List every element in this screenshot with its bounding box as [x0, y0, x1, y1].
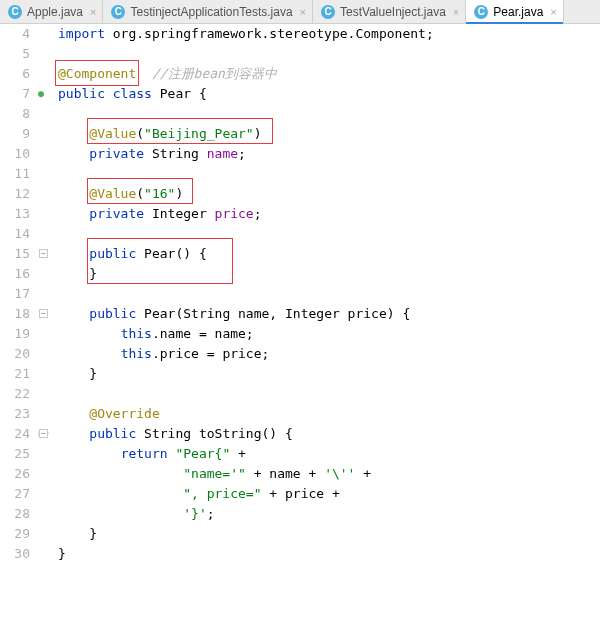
line-number: 25	[0, 444, 30, 464]
code-line[interactable]	[54, 104, 600, 124]
code-line[interactable]: ", price=" + price +	[54, 484, 600, 504]
line-number: 18	[0, 304, 30, 324]
code-line[interactable]: @Component //注册bean到容器中	[54, 64, 600, 84]
token-kw: private	[89, 206, 152, 221]
token-mth: Pear	[144, 306, 175, 321]
token-cmt: //注册bean到容器中	[136, 66, 277, 81]
class-gutter-icon[interactable]: ●	[38, 88, 50, 100]
line-number: 12	[0, 184, 30, 204]
tab-apple-java[interactable]: CApple.java×	[0, 0, 103, 23]
code-line[interactable]: public Pear() {	[54, 244, 600, 264]
line-number: 10	[0, 144, 30, 164]
token-plain	[58, 446, 121, 461]
code-line[interactable]: '}';	[54, 504, 600, 524]
line-number: 7	[0, 84, 30, 104]
line-number: 29	[0, 524, 30, 544]
token-kw: this	[121, 326, 152, 341]
token-plain: + price +	[262, 486, 340, 501]
java-class-icon: C	[474, 5, 488, 19]
code-line[interactable]: }	[54, 264, 600, 284]
line-number: 15	[0, 244, 30, 264]
line-number: 28	[0, 504, 30, 524]
code-line[interactable]: }	[54, 364, 600, 384]
code-line[interactable]: public class Pear {	[54, 84, 600, 104]
line-number: 30	[0, 544, 30, 564]
tab-label: TestinjectApplicationTests.java	[130, 5, 292, 19]
line-number: 24	[0, 424, 30, 444]
tab-pear-java[interactable]: CPear.java×	[466, 0, 563, 23]
token-plain	[58, 146, 89, 161]
code-line[interactable]: return "Pear{" +	[54, 444, 600, 464]
tab-label: TestValueInject.java	[340, 5, 446, 19]
token-kw: private	[89, 146, 152, 161]
code-line[interactable]: this.price = price;	[54, 344, 600, 364]
java-class-icon: C	[321, 5, 335, 19]
token-str: "16"	[144, 186, 175, 201]
token-plain: () {	[175, 246, 206, 261]
token-ann: @Value	[89, 186, 136, 201]
code-line[interactable]	[54, 224, 600, 244]
code-line[interactable]: import org.springframework.stereotype.Co…	[54, 24, 600, 44]
token-plain: .price = price;	[152, 346, 269, 361]
token-plain	[58, 206, 89, 221]
code-line[interactable]: private Integer price;	[54, 204, 600, 224]
close-icon[interactable]: ×	[453, 6, 459, 18]
code-line[interactable]: @Value("Beijing_Pear")	[54, 124, 600, 144]
token-plain: )	[175, 186, 183, 201]
token-plain	[58, 306, 89, 321]
code-line[interactable]: this.name = name;	[54, 324, 600, 344]
code-line[interactable]: public Pear(String name, Integer price) …	[54, 304, 600, 324]
code-line[interactable]: }	[54, 524, 600, 544]
code-line[interactable]	[54, 164, 600, 184]
code-area[interactable]: import org.springframework.stereotype.Co…	[54, 24, 600, 623]
token-plain	[58, 326, 121, 341]
token-str: "Beijing_Pear"	[144, 126, 254, 141]
token-plain: ;	[207, 506, 215, 521]
code-line[interactable]: @Override	[54, 404, 600, 424]
fold-toggle-icon[interactable]: −	[39, 249, 48, 258]
token-plain	[58, 506, 183, 521]
line-number: 20	[0, 344, 30, 364]
token-typ: String	[144, 426, 199, 441]
token-plain: }	[58, 526, 97, 541]
close-icon[interactable]: ×	[300, 6, 306, 18]
code-line[interactable]	[54, 44, 600, 64]
fold-toggle-icon[interactable]: −	[39, 429, 48, 438]
code-line[interactable]: }	[54, 544, 600, 564]
tab-testinjectapplicationtests-java[interactable]: CTestinjectApplicationTests.java×	[103, 0, 313, 23]
code-line[interactable]: @Value("16")	[54, 184, 600, 204]
code-line[interactable]: public String toString() {	[54, 424, 600, 444]
token-plain: ;	[254, 206, 262, 221]
token-plain	[58, 346, 121, 361]
tab-testvalueinject-java[interactable]: CTestValueInject.java×	[313, 0, 466, 23]
token-plain: (String name, Integer price) {	[175, 306, 410, 321]
token-str: "name='"	[183, 466, 246, 481]
token-plain	[58, 426, 89, 441]
code-line[interactable]: private String name;	[54, 144, 600, 164]
token-typ: String	[152, 146, 207, 161]
token-str: '}'	[183, 506, 206, 521]
line-number: 19	[0, 324, 30, 344]
line-number: 23	[0, 404, 30, 424]
token-ann: @Override	[89, 406, 159, 421]
code-editor[interactable]: 4567891011121314151617181920212223242526…	[0, 24, 600, 623]
line-number: 22	[0, 384, 30, 404]
close-icon[interactable]: ×	[550, 6, 556, 18]
token-plain: () {	[262, 426, 293, 441]
token-str: '\''	[324, 466, 355, 481]
line-number: 5	[0, 44, 30, 64]
token-plain: (	[136, 186, 144, 201]
code-line[interactable]: "name='" + name + '\'' +	[54, 464, 600, 484]
code-line[interactable]	[54, 284, 600, 304]
token-kw: return	[121, 446, 176, 461]
close-icon[interactable]: ×	[90, 6, 96, 18]
token-mth: Pear	[144, 246, 175, 261]
token-typ: Pear	[160, 86, 199, 101]
token-plain: ;	[238, 146, 246, 161]
token-kw: this	[121, 346, 152, 361]
token-plain	[58, 126, 89, 141]
token-str: "Pear{"	[175, 446, 230, 461]
token-str: ", price="	[183, 486, 261, 501]
fold-toggle-icon[interactable]: −	[39, 309, 48, 318]
code-line[interactable]	[54, 384, 600, 404]
